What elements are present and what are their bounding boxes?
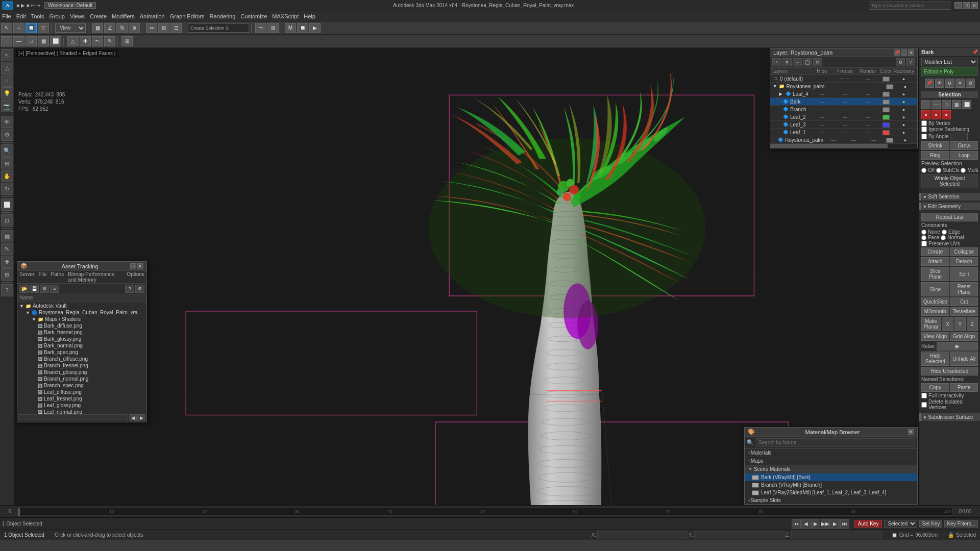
paste-btn[interactable]: Paste — [950, 383, 978, 392]
menu-views[interactable]: Views — [70, 13, 85, 19]
asset-save-btn[interactable]: 💾 — [30, 285, 39, 293]
sub-selection-polygon[interactable]: ▦ — [38, 36, 49, 46]
create-lights[interactable]: 💡 — [1, 87, 13, 99]
asset-item-leaf-normal[interactable]: 🖼 Leaf_normal.png — [17, 409, 146, 414]
geo-vert[interactable]: △ — [67, 36, 79, 46]
prev-frame-btn[interactable]: ◀ — [801, 519, 811, 529]
create-geometry[interactable]: △ — [1, 62, 13, 74]
menu-customize[interactable]: Customize — [240, 13, 267, 19]
preview-off-radio[interactable] — [921, 168, 926, 173]
layer-row-leaf3[interactable]: 🔷 Leaf_3 — — — ● — [770, 121, 917, 129]
quick-slice-btn[interactable]: QuickSlice — [921, 297, 949, 306]
asset-list-btn[interactable]: ≡ — [50, 285, 59, 293]
sub-selection-edge[interactable]: — — [13, 36, 24, 46]
select-object[interactable]: ↖ — [1, 49, 13, 61]
layer-panel-controls[interactable]: 📌 _ ✕ — [894, 49, 914, 56]
view-mode[interactable]: ⊞ — [121, 36, 133, 46]
asset-menu-paths[interactable]: Paths — [51, 271, 64, 283]
create-selection-input[interactable] — [188, 23, 249, 33]
asset-item-branch-normal[interactable]: 🖼 Branch_normal.png — [17, 375, 146, 382]
layer-color-swatch-leaf1[interactable] — [883, 130, 890, 135]
viewport[interactable]: [+] [Perspective] | Shaded + Edged Faces… — [14, 48, 919, 505]
layer-color-swatch-leaf2[interactable] — [883, 115, 890, 120]
asset-item-bark-diffuse[interactable]: 🖼 Bark_diffuse.png — [17, 322, 146, 329]
slice-btn[interactable]: Slice — [921, 282, 949, 296]
menu-help[interactable]: Help — [304, 13, 315, 19]
sub-selection-element[interactable]: ⬜ — [50, 36, 61, 46]
asset-item-maps[interactable]: ▼ 📁 Maps / Shaders — [17, 316, 146, 322]
shrink-btn[interactable]: Shrink — [921, 141, 949, 150]
material-panel-title[interactable]: 🎨 Material/Map Browser ✕ — [745, 428, 917, 437]
render-frame[interactable]: ▶ — [309, 23, 321, 33]
layer-row-leaf1[interactable]: 🔷 Leaf_1 — — — ● — [770, 129, 917, 136]
geo-spline[interactable]: 〜 — [92, 36, 103, 46]
grow-btn[interactable]: Grow — [950, 141, 978, 150]
asset-item-branch-spec[interactable]: 🖼 Branch_spec.png — [17, 382, 146, 389]
material-section-materials[interactable]: Materials — [745, 449, 917, 457]
msmooth-btn[interactable]: MSmooth — [921, 307, 949, 316]
create-cameras[interactable]: 📷 — [1, 100, 13, 112]
ignore-backfacing-checkbox[interactable] — [921, 127, 927, 132]
create-shapes[interactable]: ○ — [1, 74, 13, 87]
material-section-maps[interactable]: Maps — [745, 457, 917, 465]
subdivision-surface-header[interactable]: Subdivision Surface — [919, 413, 980, 421]
display-panel[interactable]: 👁 — [1, 116, 13, 128]
timeline[interactable]: 0 10 20 30 40 50 60 70 80 90 100 — [17, 508, 952, 516]
grid-align-btn[interactable]: Grid Align — [950, 332, 978, 341]
attach-btn[interactable]: Attach — [921, 257, 949, 266]
asset-menu-options[interactable]: Options — [127, 271, 144, 283]
pan-tool[interactable]: ✋ — [1, 170, 13, 182]
full-interactivity-checkbox[interactable] — [921, 393, 927, 398]
loop-btn[interactable]: Loop — [950, 151, 978, 160]
poly-sub-btn[interactable]: ▦ — [952, 100, 961, 109]
hide-unselected-btn[interactable]: Hide Unselected — [921, 367, 978, 375]
edit-geometry-header[interactable]: Edit Geometry — [919, 203, 980, 210]
layer-row-leaf2[interactable]: 🔷 Leaf_2 — — — ● — [770, 113, 917, 121]
zoom-all[interactable]: ⊞ — [1, 157, 13, 169]
select-filter[interactable]: ▦ — [1, 230, 13, 242]
modify-panel[interactable]: ⚙ — [1, 129, 13, 141]
window-controls[interactable]: _ □ ✕ — [954, 2, 978, 9]
edge-sub-btn[interactable]: — — [932, 100, 941, 109]
play-btn[interactable]: ▶ — [811, 519, 820, 529]
angle-value-input[interactable]: 45.0 — [950, 133, 968, 140]
layer-panel-scrollbar[interactable] — [770, 144, 917, 148]
mat-item-bark[interactable]: Bark (VRayMtl) [Bark] — [745, 473, 917, 481]
mat-item-branch[interactable]: Branch (VRayMtl) [Branch] — [745, 481, 917, 489]
modifier-list-dropdown[interactable]: Modifier List — [921, 58, 978, 66]
layer-row-roystonea[interactable]: ▼ 📁 Roystonea_palm — — — ● — [770, 83, 917, 90]
constraint-none-radio[interactable] — [921, 230, 926, 235]
maximize-btn[interactable]: □ — [963, 2, 970, 9]
layer-pin-btn[interactable]: 📌 — [894, 49, 900, 56]
layer-scrollbar-thumb[interactable] — [770, 144, 888, 148]
menu-modifiers[interactable]: Modifiers — [112, 13, 135, 19]
create-btn[interactable]: Create — [921, 247, 949, 256]
asset-item-vault[interactable]: ▼ 📁 Autodesk Vault — [17, 303, 146, 309]
element-sub-btn[interactable]: ⬜ — [962, 100, 971, 109]
layer-color-swatch-bark[interactable] — [883, 99, 890, 105]
menu-file[interactable]: File — [2, 13, 11, 19]
snap-toggle[interactable]: ▦ — [92, 23, 103, 33]
align-tool[interactable]: ⊞ — [158, 23, 169, 33]
asset-monitor-btn[interactable]: 🖥 — [40, 285, 49, 293]
mod-config-btn[interactable]: ⚙ — [966, 79, 975, 88]
mod-pin-btn[interactable]: 📌 — [925, 79, 934, 88]
next-frame-btn[interactable]: ▶ — [830, 519, 840, 529]
constraint-normal-radio[interactable] — [941, 235, 946, 240]
mirror-tool[interactable]: ⇔ — [146, 23, 157, 33]
menu-graph-editors[interactable]: Graph Editors — [170, 13, 205, 19]
layer-color-swatch-leaf3[interactable] — [883, 122, 890, 128]
go-start-btn[interactable]: ⏮ — [792, 519, 801, 529]
preserve-uvs-checkbox[interactable] — [921, 241, 927, 246]
layer-select-objects-btn[interactable]: ◯ — [803, 58, 812, 66]
move-tool[interactable]: ↔ — [13, 23, 24, 33]
layer-row-roystonea-palm[interactable]: 🔷 Roystonea_palm — — — ● — [770, 136, 917, 144]
autokey-btn[interactable]: Auto Key — [854, 520, 883, 528]
material-panel-controls[interactable]: ✕ — [908, 429, 914, 435]
layer-color-swatch-leaf4[interactable] — [883, 92, 890, 97]
set-key-btn[interactable]: Set Key — [919, 520, 942, 528]
key-filters-btn[interactable]: Key Filters... — [944, 520, 978, 528]
tessellate-btn[interactable]: Tessellate — [950, 307, 978, 316]
zoom-tool[interactable]: 🔍 — [1, 144, 13, 157]
asset-menu-server[interactable]: Server — [19, 271, 34, 283]
